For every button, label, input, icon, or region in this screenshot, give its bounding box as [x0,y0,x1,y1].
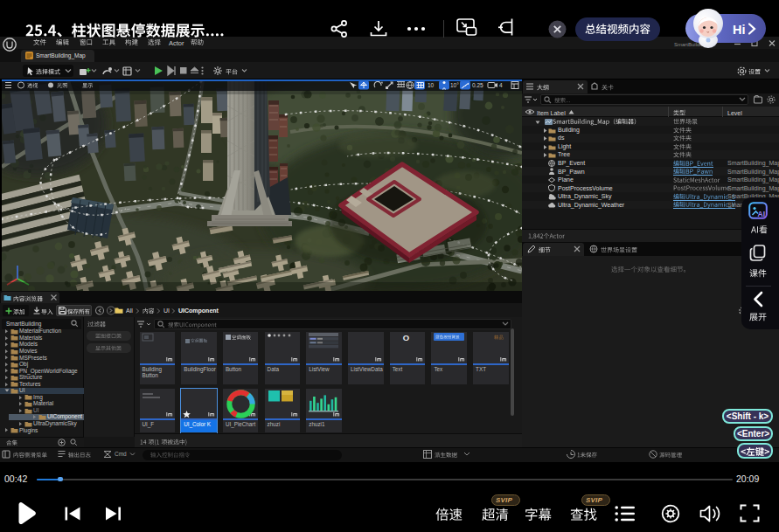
svg-text:0.25: 0.25 [472,82,483,88]
svg-text:4: 4 [499,82,503,88]
svg-text:10: 10 [428,82,435,88]
svg-text:AI: AI [758,210,766,218]
svg-text:Hi: Hi [733,23,746,37]
svg-text:10°: 10° [450,82,459,88]
